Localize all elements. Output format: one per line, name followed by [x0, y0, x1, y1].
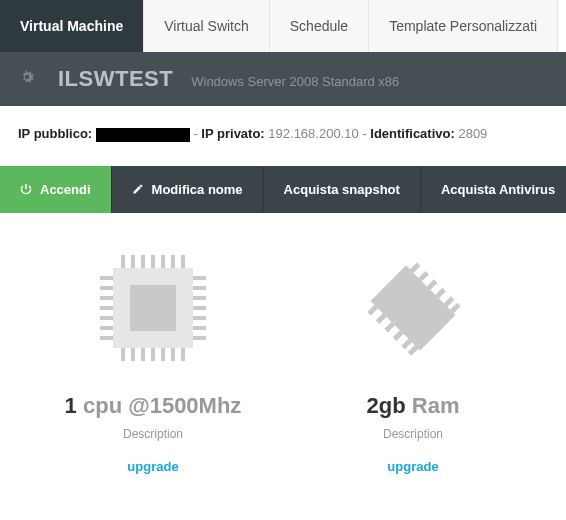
gear-icon[interactable] [18, 68, 36, 86]
ram-title: 2gb Ram [313, 393, 513, 419]
ram-count: 2gb [367, 393, 406, 418]
cpu-spec: cpu @1500Mhz [83, 393, 241, 418]
ram-icon [348, 243, 478, 373]
cpu-count: 1 [65, 393, 77, 418]
power-icon [20, 183, 32, 195]
tabs-bar: Virtual Machine Virtual Switch Schedule … [0, 0, 566, 52]
cpu-icon [88, 243, 218, 373]
power-on-button[interactable]: Accendi [0, 166, 112, 213]
ip-public-label: IP pubblico: [18, 126, 92, 141]
buy-antivirus-button[interactable]: Acquista Antivirus [421, 166, 566, 213]
ip-private-label: IP privato: [201, 126, 264, 141]
svg-line-42 [409, 346, 416, 353]
identifier-label: Identificativo: [370, 126, 455, 141]
buy-snapshot-button[interactable]: Acquista snapshot [264, 166, 421, 213]
tab-virtual-switch[interactable]: Virtual Switch [144, 0, 270, 52]
vm-info-row: IP pubblico: - IP privato: 192.168.200.1… [0, 106, 566, 166]
svg-line-35 [446, 298, 453, 305]
cpu-card: 1 cpu @1500Mhz Description upgrade [53, 243, 253, 474]
ram-upgrade-link[interactable]: upgrade [313, 459, 513, 474]
ip-public-redacted [96, 128, 190, 142]
ram-description: Description [313, 427, 513, 441]
tab-schedule[interactable]: Schedule [270, 0, 369, 52]
vm-name: ILSWTEST [58, 66, 173, 92]
action-bar: Accendi Modifica nome Acquista snapshot … [0, 166, 566, 213]
svg-line-41 [403, 340, 410, 347]
power-on-label: Accendi [40, 182, 91, 197]
svg-line-34 [437, 289, 444, 296]
cpu-description: Description [53, 427, 253, 441]
tab-virtual-machine[interactable]: Virtual Machine [0, 0, 144, 52]
tab-templates[interactable]: Template Personalizzati [369, 0, 558, 52]
rename-button[interactable]: Modifica nome [112, 166, 264, 213]
svg-rect-30 [371, 265, 456, 350]
ip-private-value: 192.168.200.10 [268, 126, 358, 141]
svg-line-36 [452, 304, 459, 311]
svg-rect-1 [130, 285, 176, 331]
pencil-icon [132, 183, 144, 195]
ram-card: 2gb Ram Description upgrade [313, 243, 513, 474]
cpu-title: 1 cpu @1500Mhz [53, 393, 253, 419]
buy-antivirus-label: Acquista Antivirus [441, 182, 555, 197]
svg-line-32 [420, 272, 427, 279]
svg-line-37 [369, 306, 376, 313]
svg-line-33 [429, 281, 436, 288]
resource-cards: 1 cpu @1500Mhz Description upgrade 2gb R… [0, 213, 566, 494]
cpu-upgrade-link[interactable]: upgrade [53, 459, 253, 474]
ram-spec: Ram [412, 393, 460, 418]
svg-line-31 [412, 264, 419, 271]
svg-line-38 [378, 315, 385, 322]
svg-line-40 [395, 332, 402, 339]
svg-line-39 [386, 323, 393, 330]
vm-header: ILSWTEST Windows Server 2008 Standard x8… [0, 52, 566, 106]
vm-os: Windows Server 2008 Standard x86 [191, 74, 399, 89]
rename-label: Modifica nome [152, 182, 243, 197]
buy-snapshot-label: Acquista snapshot [284, 182, 400, 197]
identifier-value: 2809 [458, 126, 487, 141]
